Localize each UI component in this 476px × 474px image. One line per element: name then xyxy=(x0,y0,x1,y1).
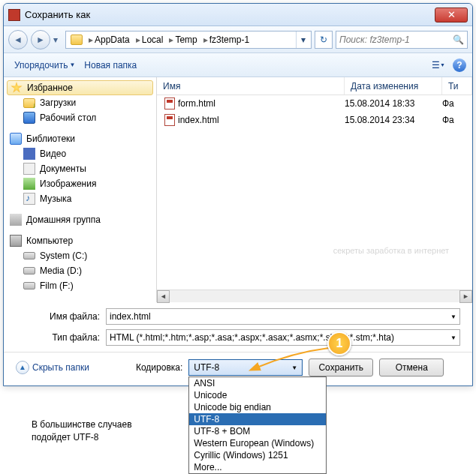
scroll-right-icon[interactable]: ► xyxy=(459,290,472,303)
search-icon: 🔍 xyxy=(453,34,464,45)
column-type[interactable]: Ти xyxy=(442,77,472,94)
encoding-option[interactable]: Cyrillic (Windows) 1251 xyxy=(189,449,326,461)
drive-icon xyxy=(23,267,35,274)
encoding-select[interactable]: UTF-8 ▼ ANSI Unicode Unicode big endian … xyxy=(188,359,303,376)
file-list[interactable]: form.html 15.08.2014 18:33 Фа index.html… xyxy=(157,95,472,290)
file-row[interactable]: index.html 15.08.2014 23:34 Фа xyxy=(157,112,472,128)
caption-text: В большинстве случаев подойдет UTF-8 xyxy=(32,418,132,444)
collapse-icon: ▲ xyxy=(16,361,29,374)
organize-button[interactable]: Упорядочить▼ xyxy=(10,57,80,74)
sidebar-homegroup[interactable]: Домашняя группа xyxy=(4,212,156,227)
save-as-dialog: Сохранить как ✕ ◄ ► ▾ ▸AppData ▸Local ▸T… xyxy=(3,3,473,386)
sidebar-item-video[interactable]: Видео xyxy=(4,146,156,161)
encoding-option[interactable]: Western European (Windows) xyxy=(189,437,326,449)
downloads-icon xyxy=(23,98,35,108)
toolbar: Упорядочить▼ Новая папка ☰▼ ? xyxy=(4,53,472,77)
crumb-fz3temp[interactable]: fz3temp-1 xyxy=(209,34,249,45)
sidebar-item-drive-c[interactable]: System (C:) xyxy=(4,248,156,263)
filetype-label: Тип файла: xyxy=(16,332,106,343)
encoding-option[interactable]: Unicode big endian xyxy=(189,401,326,413)
sidebar-item-downloads[interactable]: Загрузки xyxy=(4,95,156,110)
sidebar: Избранное Загрузки Рабочий стол Библиоте… xyxy=(4,77,157,302)
encoding-option-selected[interactable]: UTF-8 xyxy=(189,413,326,425)
file-list-panel: Имя Дата изменения Ти form.html 15.08.20… xyxy=(157,77,472,302)
video-icon xyxy=(23,148,35,160)
breadcrumb-drop-icon[interactable]: ▾ xyxy=(296,32,309,48)
back-button[interactable]: ◄ xyxy=(8,30,28,50)
cancel-button[interactable]: Отмена xyxy=(379,358,444,376)
sidebar-item-images[interactable]: Изображения xyxy=(4,176,156,191)
encoding-option[interactable]: UTF-8 + BOM xyxy=(189,425,326,437)
window-title: Сохранить как xyxy=(25,9,435,20)
sidebar-favorites[interactable]: Избранное xyxy=(7,80,153,95)
sidebar-item-drive-f[interactable]: Film (F:) xyxy=(4,278,156,293)
folder-icon xyxy=(71,34,83,45)
bottom-panel: Имя файла: index.html▼ Тип файла: HTML (… xyxy=(4,302,472,386)
horizontal-scrollbar[interactable]: ◄ ► xyxy=(157,290,472,302)
chevron-down-icon[interactable]: ▼ xyxy=(291,364,297,371)
sidebar-item-drive-d[interactable]: Media (D:) xyxy=(4,263,156,278)
search-placeholder: Поиск: fz3temp-1 xyxy=(339,34,410,45)
column-headers[interactable]: Имя Дата изменения Ти xyxy=(157,77,472,95)
column-name[interactable]: Имя xyxy=(157,77,345,94)
music-icon xyxy=(23,193,35,205)
file-row[interactable]: form.html 15.08.2014 18:33 Фа xyxy=(157,95,472,112)
encoding-option[interactable]: More... xyxy=(189,461,326,473)
images-icon xyxy=(23,178,35,190)
annotation-badge: 1 xyxy=(327,332,351,356)
sidebar-item-documents[interactable]: Документы xyxy=(4,161,156,176)
refresh-button[interactable]: ↻ xyxy=(315,31,333,49)
star-icon xyxy=(11,82,23,94)
help-button[interactable]: ? xyxy=(453,58,466,72)
libraries-icon xyxy=(10,133,22,145)
encoding-dropdown[interactable]: ANSI Unicode Unicode big endian UTF-8 UT… xyxy=(188,376,327,474)
encoding-option[interactable]: Unicode xyxy=(189,389,326,401)
view-mode-button[interactable]: ☰▼ xyxy=(430,57,447,74)
chevron-down-icon[interactable]: ▼ xyxy=(450,334,456,341)
column-date[interactable]: Дата изменения xyxy=(345,77,442,94)
history-dropdown-icon[interactable]: ▾ xyxy=(53,34,62,45)
html-file-icon xyxy=(164,98,175,110)
new-folder-button[interactable]: Новая папка xyxy=(80,57,141,74)
drive-icon xyxy=(23,282,35,290)
watermark-text: секреты заработка в интернет xyxy=(333,246,449,255)
documents-icon xyxy=(23,163,35,175)
sidebar-item-desktop[interactable]: Рабочий стол xyxy=(4,110,156,125)
encoding-label: Кодировка: xyxy=(136,362,182,373)
app-icon xyxy=(8,9,20,21)
crumb-appdata[interactable]: AppData xyxy=(95,34,130,45)
filename-input[interactable]: index.html▼ xyxy=(106,308,460,325)
drive-icon xyxy=(23,252,35,260)
filename-label: Имя файла: xyxy=(16,311,106,322)
forward-button[interactable]: ► xyxy=(31,30,50,50)
save-button[interactable]: Сохранить xyxy=(309,358,373,376)
crumb-local[interactable]: Local xyxy=(142,34,164,45)
html-file-icon xyxy=(164,114,175,126)
homegroup-icon xyxy=(10,214,22,226)
computer-icon xyxy=(10,235,22,247)
breadcrumb[interactable]: ▸AppData ▸Local ▸Temp ▸fz3temp-1 ▾ xyxy=(65,31,312,49)
hide-folders-button[interactable]: ▲ Скрыть папки xyxy=(16,361,89,374)
scroll-left-icon[interactable]: ◄ xyxy=(157,290,170,303)
close-button[interactable]: ✕ xyxy=(435,8,468,22)
sidebar-item-music[interactable]: Музыка xyxy=(4,191,156,206)
search-input[interactable]: Поиск: fz3temp-1 🔍 xyxy=(336,31,468,49)
filetype-select[interactable]: HTML (*.html;*.htm;*.asp;*.asa;*.aspx;*.… xyxy=(106,329,460,346)
sidebar-computer[interactable]: Компьютер xyxy=(4,233,156,248)
chevron-down-icon[interactable]: ▼ xyxy=(450,314,456,320)
navigation-bar: ◄ ► ▾ ▸AppData ▸Local ▸Temp ▸fz3temp-1 ▾… xyxy=(4,26,472,53)
desktop-icon xyxy=(23,112,35,124)
encoding-option[interactable]: ANSI xyxy=(189,377,326,389)
titlebar[interactable]: Сохранить как ✕ xyxy=(4,4,472,26)
crumb-temp[interactable]: Temp xyxy=(175,34,197,45)
sidebar-libraries[interactable]: Библиотеки xyxy=(4,131,156,146)
